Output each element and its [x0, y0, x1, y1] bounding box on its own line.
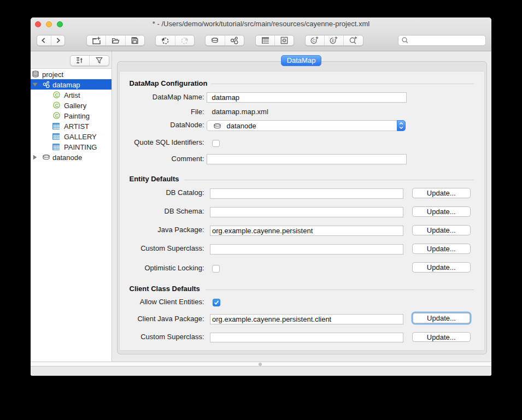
svg-text:C: C — [55, 113, 58, 119]
svg-text:C: C — [55, 92, 58, 98]
svg-text:C: C — [55, 103, 58, 108]
svg-text:C: C — [313, 38, 316, 43]
svg-text:E: E — [332, 38, 335, 43]
